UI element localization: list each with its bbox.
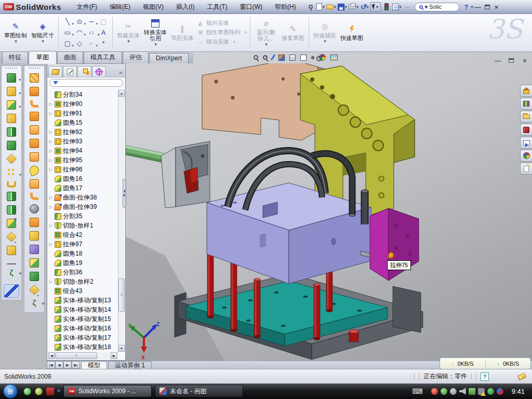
menu-item[interactable]: 插入(I)	[170, 1, 201, 13]
tree-item[interactable]: 拉伸96	[48, 165, 117, 174]
toolbar-icon[interactable]	[30, 112, 39, 121]
toolbar-icon[interactable]	[30, 193, 38, 200]
toolbar-icon[interactable]	[7, 181, 16, 188]
toolbar-icon[interactable]	[30, 245, 39, 254]
toolbar-icon[interactable]	[28, 164, 40, 176]
sketch-draw-button[interactable]: ✎ 草图绘制 ▾	[3, 21, 28, 44]
doc-close-button[interactable]: ×	[521, 57, 529, 64]
linear-sketch-pattern-button[interactable]: ⊞ 线性草图阵列 ▾	[197, 29, 247, 36]
quicklaunch-icon-2[interactable]	[34, 387, 43, 396]
expander-icon[interactable]	[48, 111, 53, 116]
toolbar-icon[interactable]	[30, 179, 39, 189]
language-keyboard-icon[interactable]: ⌨	[412, 387, 422, 395]
tab-scroll-button[interactable]: |◀	[47, 361, 55, 369]
menu-item[interactable]: 编辑(E)	[103, 1, 137, 13]
ribbon-tab[interactable]: 特征	[2, 51, 28, 63]
tree-horizontal-scrollbar[interactable]: ◀ ≡ ▶	[48, 352, 117, 359]
undo-button[interactable]: ↺▾	[360, 2, 369, 11]
search-input[interactable]: ▾ Solic	[415, 3, 459, 11]
close-button[interactable]: ×	[492, 3, 501, 11]
more-tools-icon[interactable]: ⋯	[403, 2, 411, 11]
apply-scene-icon[interactable]	[330, 55, 338, 60]
sketch-text-icon[interactable]: A	[98, 27, 109, 37]
toolbar-icon[interactable]	[30, 87, 39, 96]
toolbar-icon[interactable]	[30, 73, 39, 83]
help-button[interactable]: ?	[462, 2, 471, 11]
start-button[interactable]: ⊞	[3, 384, 18, 398]
tree-item[interactable]: 切除-放样2	[48, 277, 117, 286]
open-button[interactable]: ▾	[326, 2, 336, 11]
tree-item[interactable]: 实体-移动/复制18	[48, 342, 117, 352]
rebuild-traffic-light-icon[interactable]	[382, 2, 391, 11]
display-style-icon[interactable]	[300, 55, 307, 61]
tree-item[interactable]: 拉伸94	[48, 146, 117, 155]
rapid-sketch-button[interactable]: 快速草图	[339, 24, 364, 41]
tree-item[interactable]: 圆角18	[48, 249, 117, 258]
slider-part[interactable]	[126, 141, 210, 208]
solidworks-quicklaunch-icon[interactable]	[46, 387, 54, 396]
move-entities-button[interactable]: ↔ 移动实体 ▾	[197, 38, 247, 46]
tree-item[interactable]: 拉伸95	[48, 155, 117, 165]
toolbar-icon[interactable]	[30, 231, 39, 241]
pin-icon[interactable]	[307, 2, 315, 11]
volume-tray-icon[interactable]	[459, 388, 466, 395]
configuration-manager-tab[interactable]	[77, 66, 91, 77]
tree-item[interactable]: 拉伸92	[48, 127, 117, 137]
convert-entities-button[interactable]: 转换实体引用 ▾	[143, 18, 168, 47]
toolbar-icon[interactable]	[7, 114, 16, 123]
expander-icon[interactable]	[48, 139, 53, 144]
new-document-button[interactable]: ▾	[316, 2, 325, 11]
select-entities-icon[interactable]: ▢	[98, 16, 109, 26]
options-button[interactable]: ▾	[392, 2, 402, 11]
toolbar-icon[interactable]	[29, 285, 39, 295]
toolbar-icon[interactable]	[30, 218, 39, 227]
toolbar-icon[interactable]	[7, 192, 16, 201]
quick-launch-overflow-icon[interactable]: »	[57, 387, 60, 394]
tree-item[interactable]: 分割36	[48, 268, 117, 277]
toolbar-icon[interactable]	[30, 258, 39, 268]
safely-remove-tray-icon[interactable]	[469, 388, 475, 395]
spline-icon[interactable]: ∼	[86, 16, 97, 26]
toolbar-icon[interactable]	[30, 125, 39, 135]
document-tab[interactable]: 运动算例 1	[108, 361, 152, 369]
toolbar-icon[interactable]	[7, 168, 16, 177]
scroll-up-button[interactable]: ▲	[118, 90, 125, 97]
toolbar-grip[interactable]	[29, 68, 40, 70]
toolbar-icon[interactable]	[7, 141, 16, 150]
tab-scroll-button[interactable]: ▶	[63, 361, 72, 369]
expander-icon[interactable]	[48, 167, 53, 172]
measure-tool-button[interactable]	[4, 284, 19, 298]
rectangle-icon[interactable]: ▭	[62, 27, 73, 37]
toolbar-icon[interactable]	[30, 139, 39, 148]
toolbox-tab[interactable]	[520, 124, 532, 136]
slot-icon[interactable]: ▢	[62, 38, 73, 48]
point-icon[interactable]: *	[98, 38, 109, 48]
file-explorer-tab[interactable]	[520, 111, 532, 123]
expander-icon[interactable]	[48, 242, 53, 247]
document-tab[interactable]: 模型	[81, 361, 107, 369]
tab-scroll-button[interactable]: ▶|	[72, 361, 80, 369]
save-button[interactable]: ▾	[338, 2, 347, 11]
circle-icon[interactable]: ⊙	[74, 16, 85, 26]
ribbon-tab[interactable]: DimXpert	[149, 53, 189, 63]
expander-icon[interactable]	[48, 149, 53, 153]
sketch-fillet-icon[interactable]: ⌐	[86, 38, 97, 48]
horizontal-scroll-thumb[interactable]: ≡	[56, 352, 97, 359]
expander-icon[interactable]	[48, 102, 53, 107]
zoom-area-icon[interactable]	[263, 55, 268, 60]
ribbon-tab[interactable]: 曲面	[57, 51, 83, 63]
minimize-button[interactable]: —	[473, 3, 483, 11]
vertical-scroll-thumb[interactable]: ≡	[118, 278, 125, 312]
toolbar-icon[interactable]	[30, 299, 39, 308]
expander-icon[interactable]	[48, 223, 53, 228]
toolbar-icon[interactable]	[30, 272, 39, 281]
view-orientation-icon[interactable]	[289, 55, 296, 61]
panel-splitter-handle[interactable]	[123, 179, 126, 208]
toolbar-icon[interactable]	[7, 205, 16, 215]
toolbar-icon[interactable]	[7, 100, 16, 110]
taskbar-window-button[interactable]: SW SolidWorks 2009 - ...	[63, 385, 152, 397]
appearances-scenes-tab[interactable]	[520, 150, 532, 162]
toolbar-grip[interactable]	[6, 68, 17, 70]
menu-item[interactable]: 帮助(H)	[269, 1, 302, 13]
repair-sketch-button[interactable]: ✎ 修复草图	[281, 24, 305, 41]
